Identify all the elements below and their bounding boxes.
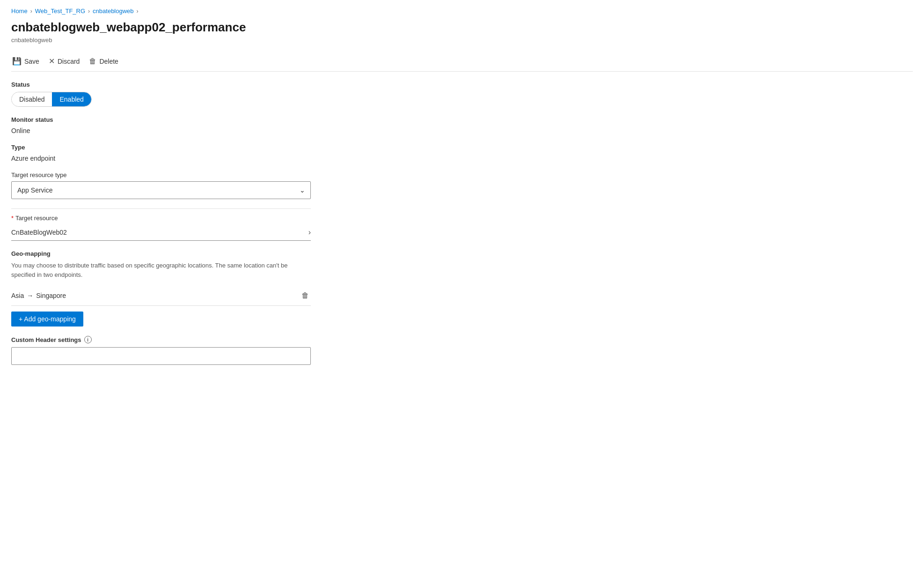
geo-mapping-section: Geo-mapping You may choose to distribute… xyxy=(11,250,311,327)
target-resource-field[interactable]: CnBateBlogWeb02 › xyxy=(11,224,311,241)
status-section: Status Disabled Enabled xyxy=(11,81,913,107)
status-enabled-option[interactable]: Enabled xyxy=(52,92,91,106)
target-resource-type-select-wrapper: App Service Cloud Service Azure Public I… xyxy=(11,181,311,199)
breadcrumb-web[interactable]: cnbateblogweb xyxy=(93,7,133,15)
breadcrumb-rg[interactable]: Web_Test_TF_RG xyxy=(35,7,85,15)
status-disabled-option[interactable]: Disabled xyxy=(12,92,52,106)
chevron-right-icon: › xyxy=(308,228,311,237)
geo-mapping-label: Geo-mapping xyxy=(11,250,311,257)
discard-button[interactable]: ✕ Discard xyxy=(48,55,81,67)
geo-mapping-description: You may choose to distribute traffic bas… xyxy=(11,261,311,279)
target-resource-label-text: Target resource xyxy=(15,215,58,222)
delete-label: Delete xyxy=(99,58,118,65)
save-icon: 💾 xyxy=(12,57,22,66)
type-label: Type xyxy=(11,144,913,151)
discard-label: Discard xyxy=(58,58,80,65)
breadcrumb-home[interactable]: Home xyxy=(11,7,28,15)
page-subtitle: cnbateblogweb xyxy=(11,37,913,44)
page-container: Home › Web_Test_TF_RG › cnbateblogweb › … xyxy=(0,0,924,372)
delete-button[interactable]: 🗑 Delete xyxy=(88,55,119,67)
breadcrumb: Home › Web_Test_TF_RG › cnbateblogweb › xyxy=(11,7,913,15)
geo-arrow-icon: → xyxy=(27,292,33,299)
trash-icon: 🗑 xyxy=(301,291,309,299)
type-value: Azure endpoint xyxy=(11,155,913,162)
geo-location: Singapore xyxy=(36,292,66,299)
status-label: Status xyxy=(11,81,913,88)
target-resource-type-label: Target resource type xyxy=(11,171,311,178)
save-label: Save xyxy=(24,58,39,65)
geo-item: Asia → Singapore 🗑 xyxy=(11,286,311,306)
breadcrumb-sep-3: › xyxy=(137,8,139,15)
geo-region: Asia xyxy=(11,292,24,299)
target-resource-type-select[interactable]: App Service Cloud Service Azure Public I… xyxy=(11,181,311,199)
target-resource-type-section: Target resource type App Service Cloud S… xyxy=(11,171,311,199)
custom-header-label: Custom Header settings i xyxy=(11,336,311,343)
geo-item-delete-button[interactable]: 🗑 xyxy=(300,290,311,301)
save-button[interactable]: 💾 Save xyxy=(11,55,40,67)
divider-1 xyxy=(11,208,311,209)
delete-icon: 🗑 xyxy=(89,57,96,66)
discard-icon: ✕ xyxy=(49,57,55,66)
custom-header-label-text: Custom Header settings xyxy=(11,336,81,343)
target-resource-label: * Target resource xyxy=(11,215,311,222)
required-star: * xyxy=(11,215,14,222)
geo-item-text: Asia → Singapore xyxy=(11,292,66,299)
custom-header-input[interactable] xyxy=(11,347,311,365)
add-geo-mapping-label: + Add geo-mapping xyxy=(19,315,76,323)
info-icon[interactable]: i xyxy=(84,336,92,343)
breadcrumb-sep-2: › xyxy=(88,8,90,15)
target-resource-section: * Target resource CnBateBlogWeb02 › xyxy=(11,215,311,241)
monitor-status-label: Monitor status xyxy=(11,116,913,123)
toolbar: 💾 Save ✕ Discard 🗑 Delete xyxy=(11,51,913,72)
custom-header-section: Custom Header settings i xyxy=(11,336,311,365)
monitor-status-section: Monitor status Online xyxy=(11,116,913,134)
add-geo-mapping-button[interactable]: + Add geo-mapping xyxy=(11,312,83,327)
type-section: Type Azure endpoint xyxy=(11,144,913,162)
monitor-status-value: Online xyxy=(11,127,913,134)
breadcrumb-sep-1: › xyxy=(30,8,32,15)
page-title: cnbateblogweb_webapp02_performance xyxy=(11,20,913,35)
target-resource-value: CnBateBlogWeb02 xyxy=(11,229,67,236)
status-toggle[interactable]: Disabled Enabled xyxy=(11,92,92,107)
